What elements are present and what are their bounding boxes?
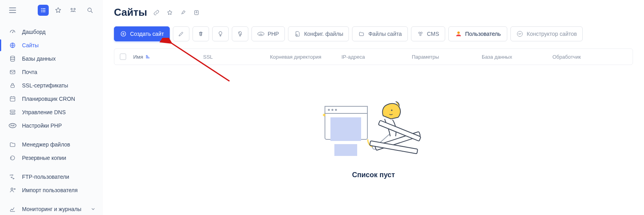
svg-point-22 (420, 32, 422, 33)
bulb-icon (217, 30, 224, 37)
sidebar-item-label: Менеджер файлов (22, 141, 70, 148)
button-label: Файлы сайта (368, 31, 402, 37)
create-site-button[interactable]: Создать сайт (114, 26, 170, 41)
steps-icon[interactable] (68, 5, 79, 16)
svg-point-20 (296, 34, 297, 36)
page-header: Сайты (114, 6, 633, 19)
sidebar-item-php[interactable]: PHP Настройки PHP (0, 119, 103, 132)
sidebar-item-databases[interactable]: Базы данных (0, 52, 103, 65)
svg-rect-9 (10, 110, 15, 112)
search-icon[interactable] (84, 5, 95, 16)
folder-icon (9, 141, 17, 148)
pin-icon[interactable] (179, 9, 187, 17)
sidebar-item-mail[interactable]: Почта (0, 65, 103, 79)
sidebar-item-monitoring[interactable]: Мониторинг и журналы (0, 202, 103, 215)
pencil-icon (178, 30, 185, 37)
svg-rect-33 (334, 144, 357, 156)
ftp-icon: FTP (9, 173, 17, 181)
sidebar-item-label: Резервные копии (22, 155, 66, 161)
sidebar-item-dashboard[interactable]: Дашборд (0, 25, 103, 39)
col-db[interactable]: База данных (482, 54, 552, 60)
sort-asc-icon (145, 54, 150, 59)
database-icon (9, 55, 17, 63)
php-icon: PHP (9, 122, 17, 130)
empty-state: Список пуст (114, 65, 633, 215)
sidebar-item-label: Сайты (22, 42, 39, 48)
sidebar-item-ssl[interactable]: SSL-сертификаты (0, 79, 103, 92)
sidebar-item-label: Мониторинг и журналы (22, 206, 81, 212)
folder-open-icon (358, 30, 365, 37)
calendar-icon (9, 95, 17, 103)
table-header: Имя SSL Корневая директория IP-адреса Па… (114, 48, 633, 65)
export-icon[interactable] (193, 9, 200, 17)
link-icon[interactable] (152, 9, 160, 17)
php-icon: php (257, 30, 264, 37)
sidebar-item-cron[interactable]: Планировщик CRON (0, 92, 103, 106)
cms-icon (417, 30, 424, 37)
php-button[interactable]: php PHP (251, 26, 285, 41)
svg-point-3 (12, 32, 13, 33)
burger-icon[interactable] (7, 5, 18, 16)
sidebar-item-label: SSL-сертификаты (22, 82, 68, 89)
button-label: Пользователь (465, 31, 501, 37)
sidebar-item-label: Дашборд (22, 29, 46, 35)
disable-button[interactable] (232, 26, 248, 41)
svg-point-2 (88, 8, 91, 11)
edit-button[interactable] (173, 26, 189, 41)
col-ssl[interactable]: SSL (203, 54, 270, 60)
star-icon[interactable] (166, 9, 174, 17)
dns-icon: com (9, 108, 17, 116)
star-icon[interactable] (53, 5, 64, 16)
svg-point-15 (11, 188, 13, 190)
col-root[interactable]: Корневая директория (270, 54, 341, 60)
user-button[interactable]: Пользователь (448, 26, 508, 41)
svg-point-5 (11, 56, 15, 58)
main-content: Сайты Создать сайт php PHP Конфиг. файлы (103, 0, 644, 215)
sidebar-item-dns[interactable]: com Управление DNS (0, 106, 103, 119)
backup-icon (9, 154, 17, 162)
enable-button[interactable] (212, 26, 229, 41)
col-ip[interactable]: IP-адреса (341, 54, 412, 60)
plus-circle-icon (120, 30, 127, 37)
sidebar-item-label: Базы данных (22, 56, 56, 62)
sidebar-item-label: Импорт пользователя (22, 187, 78, 193)
svg-point-30 (331, 109, 333, 111)
sidebar-item-import[interactable]: Импорт пользователя (0, 183, 103, 197)
list-view-icon[interactable] (38, 5, 49, 16)
lock-icon (9, 82, 17, 89)
col-params[interactable]: Параметры (412, 54, 482, 60)
builder-button[interactable]: SP Конструктор сайтов (510, 26, 583, 41)
sidebar-item-label: Настройки PHP (22, 122, 62, 129)
sidebar-top (0, 0, 103, 23)
button-label: PHP (268, 31, 279, 37)
svg-rect-7 (11, 85, 15, 87)
sidebar-item-files[interactable]: Менеджер файлов (0, 138, 103, 151)
user-import-icon (9, 186, 17, 194)
svg-rect-6 (10, 70, 15, 74)
col-handler[interactable]: Обработчик (552, 54, 627, 60)
col-name[interactable]: Имя (133, 54, 203, 60)
svg-text:SP: SP (518, 33, 521, 35)
delete-button[interactable] (193, 26, 209, 41)
sidebar-item-label: Управление DNS (22, 109, 66, 115)
sidebar-item-ftp[interactable]: FTP FTP-пользователи (0, 170, 103, 183)
empty-illustration (323, 101, 425, 164)
sidebar-item-backup[interactable]: Резервные копии (0, 151, 103, 165)
chart-icon (9, 205, 17, 213)
cms-button[interactable]: CMS (411, 26, 445, 41)
config-button[interactable]: Конфиг. файлы (288, 26, 349, 41)
user-color-icon (455, 30, 462, 37)
select-all-checkbox[interactable] (120, 54, 126, 60)
page-title: Сайты (114, 6, 147, 19)
svg-point-0 (71, 8, 72, 10)
svg-rect-32 (330, 117, 361, 141)
svg-text:com: com (11, 113, 14, 115)
sidebar-item-sites[interactable]: Сайты (0, 39, 103, 52)
svg-point-31 (335, 109, 337, 111)
svg-point-21 (418, 32, 420, 33)
svg-rect-8 (10, 97, 15, 101)
svg-rect-28 (325, 106, 367, 113)
sidebar-nav: Дашборд Сайты Базы данных Почта SSL-серт… (0, 23, 103, 215)
files-button[interactable]: Файлы сайта (352, 26, 407, 41)
empty-text: Список пуст (352, 171, 395, 179)
